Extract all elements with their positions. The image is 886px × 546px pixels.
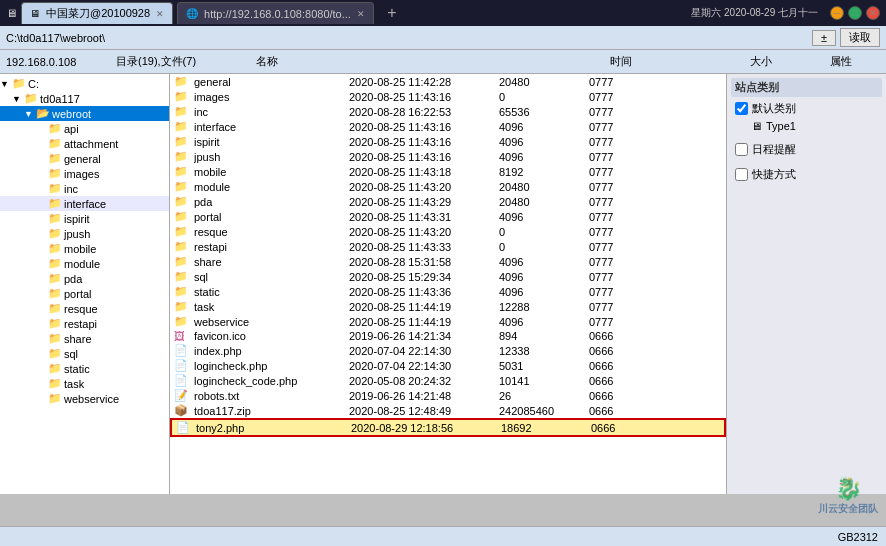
file-row[interactable]: 📄 tony2.php 2020-08-29 12:18:56 18692 06… xyxy=(170,418,726,437)
file-row[interactable]: 📁 pda 2020-08-25 11:43:29 20480 0777 xyxy=(170,194,726,209)
upload-button[interactable]: ± xyxy=(812,30,836,46)
schedule-checkbox[interactable] xyxy=(735,143,748,156)
tree-item-interface[interactable]: 📁 interface xyxy=(0,196,169,211)
tree-label-module: module xyxy=(64,258,100,270)
tree-label-td0a117: td0a117 xyxy=(40,93,80,105)
schedule-section: 日程提醒 xyxy=(731,140,882,159)
tab-local[interactable]: 🖥 中国菜刀@20100928 ✕ xyxy=(21,2,173,24)
file-name: ispirit xyxy=(194,136,349,148)
file-row[interactable]: 📁 static 2020-08-25 11:43:36 4096 0777 xyxy=(170,284,726,299)
shortcut-checkbox[interactable] xyxy=(735,168,748,181)
datetime-display: 星期六 2020-08-29 七月十一 xyxy=(691,6,818,20)
file-name: index.php xyxy=(194,345,349,357)
file-icon: 📁 xyxy=(174,300,194,313)
close-button[interactable]: ✕ xyxy=(866,6,880,20)
file-row[interactable]: 📁 task 2020-08-25 11:44:19 12288 0777 xyxy=(170,299,726,314)
shortcut-item[interactable]: 快捷方式 xyxy=(731,165,882,184)
tree-item-inc[interactable]: 📁 inc xyxy=(0,181,169,196)
tree-item-module[interactable]: 📁 module xyxy=(0,256,169,271)
read-button[interactable]: 读取 xyxy=(840,28,880,47)
file-size: 4096 xyxy=(499,256,589,268)
file-row[interactable]: 📁 ispirit 2020-08-25 11:43:16 4096 0777 xyxy=(170,134,726,149)
tree-item-ispirit[interactable]: 📁 ispirit xyxy=(0,211,169,226)
tree-item-static[interactable]: 📁 static xyxy=(0,361,169,376)
file-name: pda xyxy=(194,196,349,208)
file-time: 2020-08-25 11:42:28 xyxy=(349,76,499,88)
file-time: 2020-05-08 20:24:32 xyxy=(349,375,499,387)
site-default-category[interactable]: 默认类别 xyxy=(731,99,882,118)
file-row[interactable]: 📁 interface 2020-08-25 11:43:16 4096 077… xyxy=(170,119,726,134)
tree-item-c[interactable]: ▼ 📁 C: xyxy=(0,76,169,91)
header-time: 时间 xyxy=(610,54,750,69)
file-time: 2020-08-25 12:48:49 xyxy=(349,405,499,417)
type1-label: Type1 xyxy=(766,120,796,132)
file-row[interactable]: 📁 webservice 2020-08-25 11:44:19 4096 07… xyxy=(170,314,726,329)
tree-toggle-c[interactable]: ▼ xyxy=(0,79,12,89)
tree-item-webroot[interactable]: ▼ 📂 webroot xyxy=(0,106,169,121)
file-row[interactable]: 📁 general 2020-08-25 11:42:28 20480 0777 xyxy=(170,74,726,89)
tree-item-general[interactable]: 📁 general xyxy=(0,151,169,166)
header-size: 大小 xyxy=(750,54,830,69)
tree-label-resque: resque xyxy=(64,303,98,315)
tree-item-images[interactable]: 📁 images xyxy=(0,166,169,181)
file-size: 10141 xyxy=(499,375,589,387)
file-time: 2020-08-25 11:43:16 xyxy=(349,136,499,148)
tab-add-button[interactable]: + xyxy=(382,3,402,23)
maximize-button[interactable]: □ xyxy=(848,6,862,20)
site-type1[interactable]: 🖥 Type1 xyxy=(731,118,882,134)
tree-item-attachment[interactable]: 📁 attachment xyxy=(0,136,169,151)
tree-item-webservice[interactable]: 📁 webservice xyxy=(0,391,169,406)
schedule-label: 日程提醒 xyxy=(752,142,796,157)
file-row[interactable]: 📁 restapi 2020-08-25 11:43:33 0 0777 xyxy=(170,239,726,254)
file-row[interactable]: 📁 module 2020-08-25 11:43:20 20480 0777 xyxy=(170,179,726,194)
tree-item-share[interactable]: 📁 share xyxy=(0,331,169,346)
file-row[interactable]: 🖼 favicon.ico 2019-06-26 14:21:34 894 06… xyxy=(170,329,726,343)
tree-item-resque[interactable]: 📁 resque xyxy=(0,301,169,316)
file-row[interactable]: 📁 portal 2020-08-25 11:43:31 4096 0777 xyxy=(170,209,726,224)
file-size: 0 xyxy=(499,241,589,253)
folder-icon-resque: 📁 xyxy=(48,302,62,315)
minimize-button[interactable]: ─ xyxy=(830,6,844,20)
file-row[interactable]: 📄 logincheck_code.php 2020-05-08 20:24:3… xyxy=(170,373,726,388)
file-time: 2020-07-04 22:14:30 xyxy=(349,345,499,357)
tab-remote-close-icon[interactable]: ✕ xyxy=(357,9,365,19)
file-icon: 📄 xyxy=(174,344,194,357)
tree-item-restapi[interactable]: 📁 restapi xyxy=(0,316,169,331)
default-category-checkbox[interactable] xyxy=(735,102,748,115)
header-name: 名称 xyxy=(256,54,610,69)
tab-remote[interactable]: 🌐 http://192.168.0.108:8080/to... ✕ xyxy=(177,2,374,24)
schedule-item[interactable]: 日程提醒 xyxy=(731,140,882,159)
tree-item-td0a117[interactable]: ▼ 📁 td0a117 xyxy=(0,91,169,106)
file-size: 4096 xyxy=(499,211,589,223)
file-icon: 📁 xyxy=(174,75,194,88)
file-icon: 📁 xyxy=(174,210,194,223)
tree-item-pda[interactable]: 📁 pda xyxy=(0,271,169,286)
file-row[interactable]: 📝 robots.txt 2019-06-26 14:21:48 26 0666 xyxy=(170,388,726,403)
file-row[interactable]: 📁 images 2020-08-25 11:43:16 0 0777 xyxy=(170,89,726,104)
tree-item-jpush[interactable]: 📁 jpush xyxy=(0,226,169,241)
tab-close-icon[interactable]: ✕ xyxy=(156,9,164,19)
tree-label-task: task xyxy=(64,378,84,390)
file-attr: 0777 xyxy=(589,196,639,208)
tree-item-sql[interactable]: 📁 sql xyxy=(0,346,169,361)
file-row[interactable]: 📁 share 2020-08-28 15:31:58 4096 0777 xyxy=(170,254,726,269)
file-row[interactable]: 📄 logincheck.php 2020-07-04 22:14:30 503… xyxy=(170,358,726,373)
file-row[interactable]: 📁 resque 2020-08-25 11:43:20 0 0777 xyxy=(170,224,726,239)
folder-icon-images: 📁 xyxy=(48,167,62,180)
file-icon: 📦 xyxy=(174,404,194,417)
tree-item-task[interactable]: 📁 task xyxy=(0,376,169,391)
tree-toggle-td0a117[interactable]: ▼ xyxy=(12,94,24,104)
file-row[interactable]: 📦 tdoa117.zip 2020-08-25 12:48:49 242085… xyxy=(170,403,726,418)
folder-icon-static: 📁 xyxy=(48,362,62,375)
tree-item-mobile[interactable]: 📁 mobile xyxy=(0,241,169,256)
file-row[interactable]: 📁 jpush 2020-08-25 11:43:16 4096 0777 xyxy=(170,149,726,164)
tree-item-portal[interactable]: 📁 portal xyxy=(0,286,169,301)
tree-item-api[interactable]: 📁 api xyxy=(0,121,169,136)
file-row[interactable]: 📄 index.php 2020-07-04 22:14:30 12338 06… xyxy=(170,343,726,358)
file-row[interactable]: 📁 inc 2020-08-28 16:22:53 65536 0777 xyxy=(170,104,726,119)
tree-toggle-webroot[interactable]: ▼ xyxy=(24,109,36,119)
file-row[interactable]: 📁 sql 2020-08-25 15:29:34 4096 0777 xyxy=(170,269,726,284)
file-time: 2020-08-25 11:43:16 xyxy=(349,121,499,133)
file-attr: 0777 xyxy=(589,226,639,238)
file-row[interactable]: 📁 mobile 2020-08-25 11:43:18 8192 0777 xyxy=(170,164,726,179)
